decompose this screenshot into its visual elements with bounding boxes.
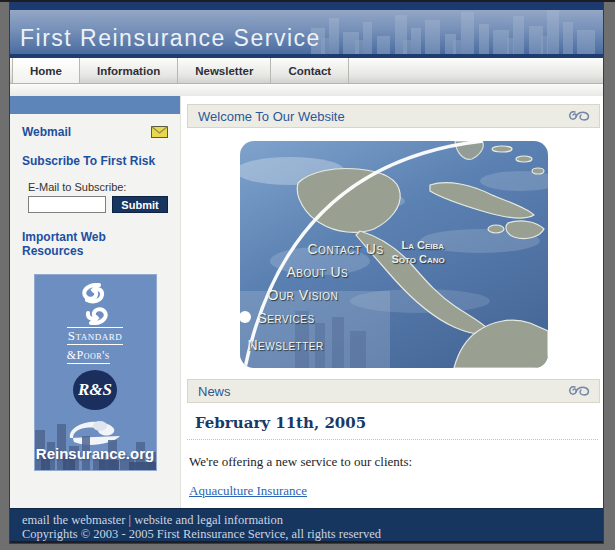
welcome-title: Welcome To Our Website bbox=[198, 109, 345, 124]
nav-tab-home[interactable]: Home bbox=[12, 58, 80, 83]
rs-logo-badge: R&S bbox=[73, 370, 117, 410]
reinsurance-org-label: Reinsurance.org bbox=[35, 445, 156, 462]
footer-copyright: Copyrights © 2003 - 2005 First Reinsuran… bbox=[22, 527, 603, 541]
aquaculture-insurance-link[interactable]: Aquaculture Insurance bbox=[189, 483, 307, 499]
nav-tab-newsletter[interactable]: Newsletter bbox=[178, 58, 271, 83]
map-place-soto-cano: Soto Cano bbox=[392, 253, 445, 265]
news-date-heading: February 11th, 2005 bbox=[189, 414, 600, 432]
sp-logo-text-line1: Standard bbox=[67, 327, 124, 345]
envelope-icon[interactable] bbox=[151, 126, 168, 138]
sidebar-top-stripe bbox=[10, 96, 180, 114]
sidebar: Webmail Subscribe To First Risk E-Mail t… bbox=[10, 96, 181, 508]
map-menu-figure: Contact Us About Us Our Vision Services … bbox=[240, 141, 548, 368]
footer-links-line[interactable]: email the webmaster | website and legal … bbox=[22, 513, 603, 527]
map-menu-services[interactable]: Services bbox=[258, 310, 315, 326]
main-navigation: Home Information Newsletter Contact bbox=[10, 58, 603, 84]
map-menu-our-vision[interactable]: Our Vision bbox=[268, 287, 339, 303]
nav-tab-label: Contact bbox=[288, 65, 331, 77]
email-subscribe-input[interactable] bbox=[28, 196, 106, 213]
swirl-icon bbox=[567, 109, 591, 124]
email-subscribe-label: E-Mail to Subscribe: bbox=[28, 181, 168, 193]
nav-tab-label: Information bbox=[97, 65, 160, 77]
subscribe-heading: Subscribe To First Risk bbox=[22, 154, 168, 168]
submit-button[interactable]: Submit bbox=[112, 196, 168, 213]
webpage: First Reinsurance Service Home Informati… bbox=[10, 2, 603, 543]
nav-tab-contact[interactable]: Contact bbox=[271, 58, 349, 83]
window-top-edge bbox=[0, 0, 615, 2]
swirl-icon bbox=[567, 384, 591, 399]
sp-logo-text-line2: &Poor's bbox=[67, 348, 110, 364]
map-menu-contact-us[interactable]: Contact Us bbox=[308, 241, 384, 257]
nav-tab-label: Newsletter bbox=[195, 65, 253, 77]
main-content: Welcome To Our Website bbox=[181, 96, 603, 508]
nav-tab-information[interactable]: Information bbox=[80, 58, 178, 83]
welcome-section-header: Welcome To Our Website bbox=[187, 104, 600, 128]
standard-poors-logo-icon bbox=[69, 283, 121, 325]
nav-tab-label: Home bbox=[30, 65, 62, 77]
resources-heading: Important Web Resources bbox=[22, 230, 168, 258]
site-title: First Reinsurance Service bbox=[20, 25, 321, 52]
footer: email the webmaster | website and legal … bbox=[10, 508, 603, 541]
header-banner: First Reinsurance Service bbox=[10, 10, 603, 58]
news-section-header: News bbox=[187, 379, 600, 403]
news-body-text: We're offering a new service to our clie… bbox=[189, 454, 600, 470]
subnav-spacer bbox=[10, 84, 603, 96]
map-place-la-ceiba: La Ceiba bbox=[402, 239, 445, 251]
webmail-link[interactable]: Webmail bbox=[22, 125, 71, 139]
header-top-stripe bbox=[10, 2, 603, 10]
dotted-divider bbox=[187, 439, 598, 440]
rs-logo-text: R&S bbox=[78, 380, 112, 400]
reinsurance-org-banner[interactable]: Standard &Poor's R&S bbox=[34, 274, 157, 471]
map-menu-about-us[interactable]: About Us bbox=[287, 264, 349, 280]
city-skyline-graphic bbox=[303, 10, 603, 58]
window-bottom-edge bbox=[10, 541, 603, 543]
news-title: News bbox=[198, 384, 231, 399]
map-menu-newsletter[interactable]: Newsletter bbox=[248, 337, 324, 353]
